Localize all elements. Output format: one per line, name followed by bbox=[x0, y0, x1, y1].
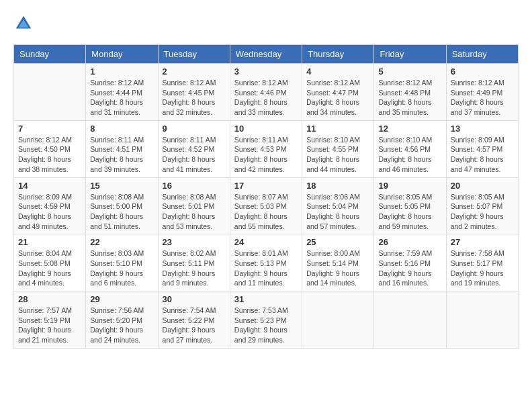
calendar-cell: 6Sunrise: 8:12 AM Sunset: 4:49 PM Daylig… bbox=[446, 64, 518, 121]
day-number: 8 bbox=[90, 124, 153, 134]
calendar-cell: 12Sunrise: 8:10 AM Sunset: 4:56 PM Dayli… bbox=[374, 120, 446, 177]
calendar-cell: 23Sunrise: 8:02 AM Sunset: 5:11 PM Dayli… bbox=[158, 234, 230, 291]
calendar-cell: 11Sunrise: 8:10 AM Sunset: 4:55 PM Dayli… bbox=[302, 120, 374, 177]
day-info: Sunrise: 8:12 AM Sunset: 4:44 PM Dayligh… bbox=[90, 78, 153, 118]
calendar-cell: 10Sunrise: 8:11 AM Sunset: 4:53 PM Dayli… bbox=[230, 120, 302, 177]
day-number: 20 bbox=[451, 181, 514, 191]
day-number: 17 bbox=[234, 181, 298, 191]
calendar-cell: 24Sunrise: 8:01 AM Sunset: 5:13 PM Dayli… bbox=[230, 234, 302, 291]
day-info: Sunrise: 8:04 AM Sunset: 5:08 PM Dayligh… bbox=[18, 248, 81, 288]
day-number: 14 bbox=[18, 181, 81, 191]
day-number: 10 bbox=[234, 124, 298, 134]
day-number: 3 bbox=[234, 66, 298, 77]
calendar-cell: 17Sunrise: 8:07 AM Sunset: 5:03 PM Dayli… bbox=[230, 177, 302, 234]
day-info: Sunrise: 8:12 AM Sunset: 4:49 PM Dayligh… bbox=[451, 78, 514, 118]
calendar-cell: 3Sunrise: 8:12 AM Sunset: 4:46 PM Daylig… bbox=[230, 64, 302, 121]
col-header-sunday: Sunday bbox=[14, 45, 86, 64]
day-info: Sunrise: 7:56 AM Sunset: 5:20 PM Dayligh… bbox=[90, 306, 153, 345]
calendar-body: 1Sunrise: 8:12 AM Sunset: 4:44 PM Daylig… bbox=[14, 64, 519, 349]
col-header-thursday: Thursday bbox=[302, 45, 374, 64]
day-number: 30 bbox=[163, 294, 226, 304]
calendar-cell: 30Sunrise: 7:54 AM Sunset: 5:22 PM Dayli… bbox=[158, 291, 230, 349]
page-header bbox=[13, 13, 519, 34]
day-info: Sunrise: 8:08 AM Sunset: 5:01 PM Dayligh… bbox=[163, 192, 226, 232]
day-number: 24 bbox=[234, 237, 298, 247]
day-number: 28 bbox=[18, 294, 81, 304]
day-number: 21 bbox=[18, 237, 81, 247]
calendar-header: SundayMondayTuesdayWednesdayThursdayFrid… bbox=[14, 45, 519, 64]
calendar-cell bbox=[14, 64, 86, 121]
calendar-cell: 22Sunrise: 8:03 AM Sunset: 5:10 PM Dayli… bbox=[86, 234, 158, 291]
day-number: 13 bbox=[451, 124, 514, 134]
calendar-cell: 15Sunrise: 8:08 AM Sunset: 5:00 PM Dayli… bbox=[86, 177, 158, 234]
calendar-cell: 27Sunrise: 7:58 AM Sunset: 5:17 PM Dayli… bbox=[446, 234, 518, 291]
col-header-wednesday: Wednesday bbox=[230, 45, 302, 64]
day-info: Sunrise: 8:11 AM Sunset: 4:51 PM Dayligh… bbox=[90, 135, 153, 175]
day-number: 2 bbox=[163, 66, 226, 77]
day-info: Sunrise: 8:00 AM Sunset: 5:14 PM Dayligh… bbox=[306, 248, 369, 288]
day-info: Sunrise: 7:53 AM Sunset: 5:23 PM Dayligh… bbox=[234, 306, 298, 345]
day-number: 5 bbox=[378, 66, 441, 77]
day-info: Sunrise: 8:09 AM Sunset: 4:57 PM Dayligh… bbox=[451, 135, 514, 175]
day-number: 19 bbox=[378, 181, 441, 191]
day-info: Sunrise: 8:11 AM Sunset: 4:53 PM Dayligh… bbox=[234, 135, 298, 175]
day-number: 9 bbox=[163, 124, 226, 134]
day-info: Sunrise: 8:08 AM Sunset: 5:00 PM Dayligh… bbox=[90, 192, 153, 232]
calendar-cell: 8Sunrise: 8:11 AM Sunset: 4:51 PM Daylig… bbox=[86, 120, 158, 177]
day-info: Sunrise: 8:09 AM Sunset: 4:59 PM Dayligh… bbox=[18, 192, 81, 232]
day-number: 23 bbox=[163, 237, 226, 247]
day-number: 15 bbox=[90, 181, 153, 191]
logo bbox=[13, 13, 36, 34]
day-info: Sunrise: 8:12 AM Sunset: 4:50 PM Dayligh… bbox=[18, 135, 81, 175]
calendar-cell: 19Sunrise: 8:05 AM Sunset: 5:05 PM Dayli… bbox=[374, 177, 446, 234]
col-header-friday: Friday bbox=[374, 45, 446, 64]
day-info: Sunrise: 8:06 AM Sunset: 5:04 PM Dayligh… bbox=[306, 192, 369, 232]
day-number: 11 bbox=[306, 124, 369, 134]
day-info: Sunrise: 8:03 AM Sunset: 5:10 PM Dayligh… bbox=[90, 248, 153, 288]
day-info: Sunrise: 8:12 AM Sunset: 4:48 PM Dayligh… bbox=[378, 78, 441, 118]
col-header-saturday: Saturday bbox=[446, 45, 518, 64]
calendar-cell bbox=[302, 291, 374, 349]
header-row: SundayMondayTuesdayWednesdayThursdayFrid… bbox=[14, 45, 519, 64]
day-info: Sunrise: 8:12 AM Sunset: 4:47 PM Dayligh… bbox=[306, 78, 369, 118]
day-number: 7 bbox=[18, 124, 81, 134]
col-header-monday: Monday bbox=[86, 45, 158, 64]
day-info: Sunrise: 8:10 AM Sunset: 4:56 PM Dayligh… bbox=[378, 135, 441, 175]
day-info: Sunrise: 8:12 AM Sunset: 4:45 PM Dayligh… bbox=[163, 78, 226, 118]
calendar-cell: 16Sunrise: 8:08 AM Sunset: 5:01 PM Dayli… bbox=[158, 177, 230, 234]
day-info: Sunrise: 8:02 AM Sunset: 5:11 PM Dayligh… bbox=[163, 248, 226, 288]
calendar-cell bbox=[446, 291, 518, 349]
day-info: Sunrise: 8:05 AM Sunset: 5:07 PM Dayligh… bbox=[451, 192, 514, 232]
calendar-cell: 4Sunrise: 8:12 AM Sunset: 4:47 PM Daylig… bbox=[302, 64, 374, 121]
logo-icon bbox=[13, 13, 34, 34]
day-number: 22 bbox=[90, 237, 153, 247]
calendar-table: SundayMondayTuesdayWednesdayThursdayFrid… bbox=[13, 44, 519, 349]
day-info: Sunrise: 7:54 AM Sunset: 5:22 PM Dayligh… bbox=[163, 306, 226, 345]
day-info: Sunrise: 8:10 AM Sunset: 4:55 PM Dayligh… bbox=[306, 135, 369, 175]
day-number: 25 bbox=[306, 237, 369, 247]
day-number: 1 bbox=[90, 66, 153, 77]
day-number: 12 bbox=[378, 124, 441, 134]
day-number: 27 bbox=[451, 237, 514, 247]
calendar-cell: 31Sunrise: 7:53 AM Sunset: 5:23 PM Dayli… bbox=[230, 291, 302, 349]
calendar-cell: 7Sunrise: 8:12 AM Sunset: 4:50 PM Daylig… bbox=[14, 120, 86, 177]
week-row-1: 1Sunrise: 8:12 AM Sunset: 4:44 PM Daylig… bbox=[14, 64, 519, 121]
day-info: Sunrise: 8:05 AM Sunset: 5:05 PM Dayligh… bbox=[378, 192, 441, 232]
day-number: 16 bbox=[163, 181, 226, 191]
calendar-cell: 9Sunrise: 8:11 AM Sunset: 4:52 PM Daylig… bbox=[158, 120, 230, 177]
day-number: 31 bbox=[234, 294, 298, 304]
week-row-2: 7Sunrise: 8:12 AM Sunset: 4:50 PM Daylig… bbox=[14, 120, 519, 177]
day-info: Sunrise: 8:12 AM Sunset: 4:46 PM Dayligh… bbox=[234, 78, 298, 118]
day-info: Sunrise: 8:07 AM Sunset: 5:03 PM Dayligh… bbox=[234, 192, 298, 232]
calendar-cell bbox=[374, 291, 446, 349]
day-info: Sunrise: 8:01 AM Sunset: 5:13 PM Dayligh… bbox=[234, 248, 298, 288]
calendar-cell: 18Sunrise: 8:06 AM Sunset: 5:04 PM Dayli… bbox=[302, 177, 374, 234]
calendar-cell: 5Sunrise: 8:12 AM Sunset: 4:48 PM Daylig… bbox=[374, 64, 446, 121]
calendar-cell: 20Sunrise: 8:05 AM Sunset: 5:07 PM Dayli… bbox=[446, 177, 518, 234]
day-number: 29 bbox=[90, 294, 153, 304]
calendar-cell: 13Sunrise: 8:09 AM Sunset: 4:57 PM Dayli… bbox=[446, 120, 518, 177]
col-header-tuesday: Tuesday bbox=[158, 45, 230, 64]
calendar-cell: 1Sunrise: 8:12 AM Sunset: 4:44 PM Daylig… bbox=[86, 64, 158, 121]
week-row-4: 21Sunrise: 8:04 AM Sunset: 5:08 PM Dayli… bbox=[14, 234, 519, 291]
day-number: 18 bbox=[306, 181, 369, 191]
